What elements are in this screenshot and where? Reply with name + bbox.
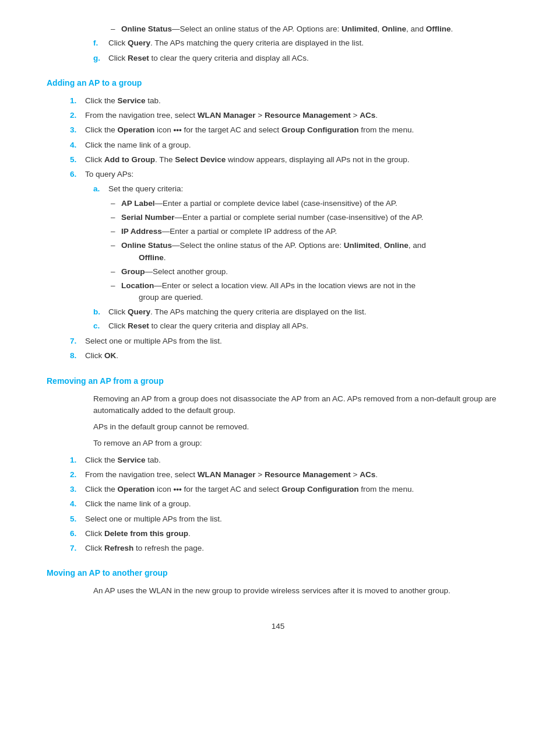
online-status-dash-add: – Online Status—Select the online status… <box>111 240 509 264</box>
alpha-g-label: g. <box>93 52 108 64</box>
add-alpha-c: c. Click Reset to clear the query criter… <box>93 320 509 332</box>
removing-intro3: To remove an AP from a group: <box>93 438 509 449</box>
add-alpha-c-content: Click Reset to clear the query criteria … <box>108 320 509 332</box>
group-dash: – Group—Select another group. <box>111 266 509 278</box>
add-num-8: 8. <box>70 350 85 362</box>
rem-item-5: 5. Select one or multiple APs from the l… <box>70 513 509 525</box>
moving-heading: Moving an AP to another group <box>47 567 509 579</box>
rem-num-6: 6. <box>70 528 85 540</box>
rem-item-4: 4. Click the name link of a group. <box>70 498 509 510</box>
add-num-4: 4. <box>70 139 85 151</box>
dash-sym: – <box>111 266 121 278</box>
rem-num-2: 2. <box>70 469 85 481</box>
serial-number-dash: – Serial Number—Enter a partial or compl… <box>111 212 509 223</box>
dash-sym: – <box>111 280 121 304</box>
rem-item-7: 7. Click Refresh to refresh the page. <box>70 542 509 554</box>
add-num-1: 1. <box>70 95 85 107</box>
add-num-6: 6. <box>70 169 85 180</box>
rem-num-7: 7. <box>70 542 85 554</box>
add-alpha-a-label: a. <box>93 183 108 195</box>
rem-content-5: Select one or multiple APs from the list… <box>85 513 509 525</box>
add-item-5: 5. Click Add to Group. The Select Device… <box>70 154 509 166</box>
add-item-6: 6. To query APs: <box>70 169 509 180</box>
ap-label-text: AP Label—Enter a partial or complete dev… <box>121 198 509 209</box>
add-item-8: 8. Click OK. <box>70 350 509 362</box>
add-content-1: Click the Service tab. <box>85 95 509 107</box>
moving-intro: An AP uses the WLAN in the new group to … <box>93 585 509 597</box>
ap-label-dash: – AP Label—Enter a partial or complete d… <box>111 198 509 209</box>
alpha-f-item: f. Click Query. The APs matching the que… <box>93 37 509 49</box>
add-content-4: Click the name link of a group. <box>85 139 509 151</box>
rem-content-3: Click the Operation icon ••• for the tar… <box>85 484 509 495</box>
add-content-2: From the navigation tree, select WLAN Ma… <box>85 110 509 121</box>
rem-num-5: 5. <box>70 513 85 525</box>
rem-content-1: Click the Service tab. <box>85 454 509 466</box>
rem-item-2: 2. From the navigation tree, select WLAN… <box>70 469 509 481</box>
removing-intro2: APs in the default group cannot be remov… <box>93 421 509 433</box>
alpha-f-content: Click Query. The APs matching the query … <box>108 37 509 49</box>
alpha-g-item: g. Click Reset to clear the query criter… <box>93 52 509 64</box>
add-alpha-b-content: Click Query. The APs matching the query … <box>108 306 509 318</box>
add-alpha-a-content: Set the query criteria: <box>108 183 509 195</box>
alpha-f-label: f. <box>93 37 108 49</box>
add-num-5: 5. <box>70 154 85 166</box>
add-content-7: Select one or multiple APs from the list… <box>85 335 509 347</box>
rem-item-1: 1. Click the Service tab. <box>70 454 509 466</box>
rem-num-4: 4. <box>70 498 85 510</box>
rem-num-3: 3. <box>70 484 85 495</box>
page-number: 145 <box>47 621 509 632</box>
add-content-8: Click OK. <box>85 350 509 362</box>
add-item-4: 4. Click the name link of a group. <box>70 139 509 151</box>
ip-address-text: IP Address—Enter a partial or complete I… <box>121 226 509 237</box>
location-text: Location—Enter or select a location view… <box>121 280 509 304</box>
adding-heading: Adding an AP to a group <box>47 77 509 89</box>
add-content-6: To query APs: <box>85 169 509 180</box>
dash-sym: – <box>111 198 121 209</box>
add-num-2: 2. <box>70 110 85 121</box>
dash-sym: – <box>111 240 121 264</box>
dash-symbol: – <box>111 23 121 35</box>
online-status-dash-top: – Online Status—Select an online status … <box>111 23 509 35</box>
add-content-3: Click the Operation icon ••• for the tar… <box>85 124 509 136</box>
rem-item-6: 6. Click Delete from this group. <box>70 528 509 540</box>
add-alpha-a: a. Set the query criteria: <box>93 183 509 195</box>
online-status-add-text: Online Status—Select the online status o… <box>121 240 509 264</box>
removing-intro1: Removing an AP from a group does not dis… <box>93 393 509 417</box>
add-num-7: 7. <box>70 335 85 347</box>
add-item-7: 7. Select one or multiple APs from the l… <box>70 335 509 347</box>
serial-number-text: Serial Number—Enter a partial or complet… <box>121 212 509 223</box>
add-item-3: 3. Click the Operation icon ••• for the … <box>70 124 509 136</box>
alpha-g-content: Click Reset to clear the query criteria … <box>108 52 509 64</box>
add-alpha-c-label: c. <box>93 320 108 332</box>
add-item-1: 1. Click the Service tab. <box>70 95 509 107</box>
dash-sym: – <box>111 226 121 237</box>
removing-heading: Removing an AP from a group <box>47 375 509 387</box>
add-num-3: 3. <box>70 124 85 136</box>
rem-content-6: Click Delete from this group. <box>85 528 509 540</box>
rem-num-1: 1. <box>70 454 85 466</box>
online-status-text-top: Online Status—Select an online status of… <box>121 23 509 35</box>
add-alpha-b: b. Click Query. The APs matching the que… <box>93 306 509 318</box>
add-alpha-b-label: b. <box>93 306 108 318</box>
rem-content-7: Click Refresh to refresh the page. <box>85 542 509 554</box>
add-item-2: 2. From the navigation tree, select WLAN… <box>70 110 509 121</box>
ip-address-dash: – IP Address—Enter a partial or complete… <box>111 226 509 237</box>
dash-sym: – <box>111 212 121 223</box>
location-dash: – Location—Enter or select a location vi… <box>111 280 509 304</box>
add-content-5: Click Add to Group. The Select Device wi… <box>85 154 509 166</box>
group-text: Group—Select another group. <box>121 266 509 278</box>
rem-item-3: 3. Click the Operation icon ••• for the … <box>70 484 509 495</box>
rem-content-4: Click the name link of a group. <box>85 498 509 510</box>
rem-content-2: From the navigation tree, select WLAN Ma… <box>85 469 509 481</box>
